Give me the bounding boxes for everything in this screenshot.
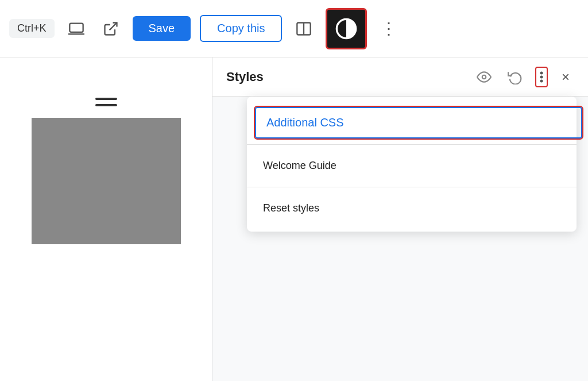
hamburger-line-2 bbox=[95, 104, 117, 106]
dropdown-menu: Additional CSS Welcome Guide Reset style… bbox=[247, 97, 577, 232]
three-dots-vertical-icon bbox=[540, 70, 543, 84]
left-panel bbox=[0, 57, 212, 381]
history-icon bbox=[508, 70, 523, 84]
svg-point-8 bbox=[540, 79, 543, 82]
svg-line-1 bbox=[109, 22, 117, 30]
styles-panel: Styles bbox=[212, 57, 588, 381]
styles-more-button[interactable] bbox=[535, 67, 548, 87]
panel-button[interactable] bbox=[291, 16, 316, 41]
svg-rect-0 bbox=[69, 23, 83, 32]
content-preview bbox=[32, 118, 181, 244]
panel-icon bbox=[296, 21, 312, 37]
toolbar: Ctrl+K Save Copy this ⋮ bbox=[0, 0, 588, 57]
styles-panel-title: Styles bbox=[226, 70, 464, 84]
toolbar-more-button[interactable]: ⋮ bbox=[376, 17, 402, 40]
svg-point-7 bbox=[540, 75, 543, 78]
contrast-icon bbox=[335, 17, 358, 40]
save-button[interactable]: Save bbox=[133, 16, 191, 41]
laptop-button[interactable] bbox=[64, 16, 89, 41]
dropdown-divider-1 bbox=[247, 144, 577, 145]
hamburger-menu-icon bbox=[95, 98, 117, 106]
external-link-icon bbox=[103, 21, 119, 37]
eye-button[interactable] bbox=[473, 66, 495, 88]
dropdown-divider-2 bbox=[247, 187, 577, 187]
main-area: Styles bbox=[0, 57, 588, 381]
external-link-button[interactable] bbox=[98, 16, 123, 41]
copy-button[interactable]: Copy this bbox=[200, 15, 282, 42]
keyboard-shortcut: Ctrl+K bbox=[9, 19, 55, 38]
contrast-button[interactable] bbox=[326, 8, 367, 49]
dropdown-item-reset-styles[interactable]: Reset styles bbox=[247, 192, 577, 225]
history-button[interactable] bbox=[504, 66, 526, 88]
eye-icon bbox=[477, 70, 492, 84]
styles-header: Styles bbox=[212, 57, 588, 97]
svg-point-5 bbox=[482, 75, 486, 79]
svg-point-6 bbox=[540, 71, 543, 74]
hamburger-line-1 bbox=[95, 98, 117, 100]
dropdown-item-welcome-guide[interactable]: Welcome Guide bbox=[247, 149, 577, 182]
close-button[interactable]: × bbox=[557, 67, 574, 87]
laptop-icon bbox=[68, 21, 84, 37]
dropdown-item-additional-css[interactable]: Additional CSS bbox=[254, 106, 583, 140]
